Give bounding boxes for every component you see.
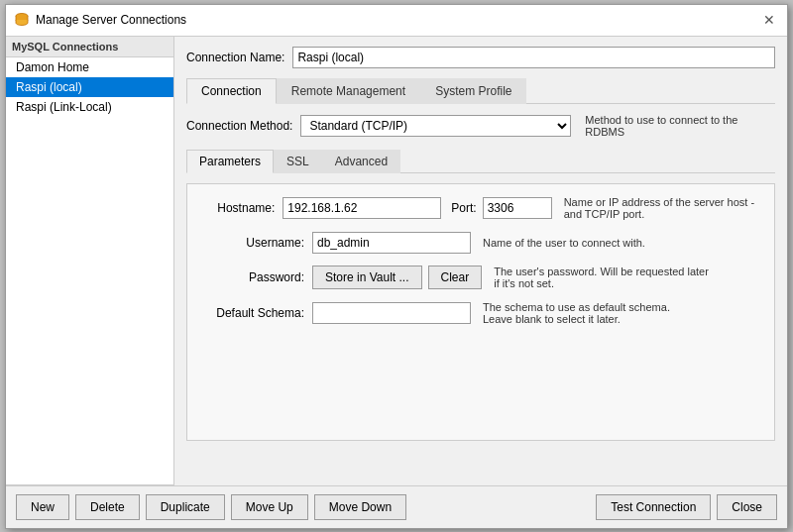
test-connection-button[interactable]: Test Connection: [596, 494, 711, 520]
sidebar-header: MySQL Connections: [6, 37, 173, 57]
sidebar-list: Damon Home Raspi (local) Raspi (Link-Loc…: [6, 57, 173, 484]
connection-name-label: Connection Name:: [186, 51, 284, 64]
method-select[interactable]: Standard (TCP/IP): [300, 115, 571, 137]
titlebar: Manage Server Connections ✕: [6, 5, 787, 37]
default-schema-label: Default Schema:: [203, 306, 312, 320]
port-label: Port:: [451, 201, 476, 215]
tab-content-connection: Connection Method: Standard (TCP/IP) Met…: [186, 114, 775, 476]
schema-desc: The schema to use as default schema. Lea…: [483, 301, 701, 325]
password-desc: The user's password. Will be requested l…: [494, 266, 712, 289]
params-content: Hostname: Port: Name or IP address of th…: [186, 183, 775, 441]
close-button[interactable]: Close: [717, 494, 777, 520]
inner-tab-ssl[interactable]: SSL: [274, 150, 322, 173]
tab-remote-management[interactable]: Remote Management: [277, 78, 420, 104]
method-row: Connection Method: Standard (TCP/IP) Met…: [186, 114, 775, 138]
connection-name-row: Connection Name:: [186, 47, 775, 68]
method-desc: Method to use to connect to the RDBMS: [585, 114, 775, 138]
clear-password-button[interactable]: Clear: [428, 266, 483, 289]
password-label: Password:: [203, 270, 312, 284]
username-row: Username: Name of the user to connect wi…: [203, 232, 758, 254]
sidebar-item-raspi-local[interactable]: Raspi (local): [6, 77, 173, 97]
sidebar: MySQL Connections Damon Home Raspi (loca…: [6, 37, 174, 485]
method-label: Connection Method:: [186, 119, 292, 133]
delete-button[interactable]: Delete: [75, 494, 140, 520]
username-desc: Name of the user to connect with.: [483, 237, 645, 249]
move-up-button[interactable]: Move Up: [231, 494, 308, 520]
close-title-button[interactable]: ✕: [759, 10, 779, 30]
username-label: Username:: [203, 236, 312, 250]
manage-server-connections-dialog: Manage Server Connections ✕ MySQL Connec…: [5, 4, 788, 529]
titlebar-left: Manage Server Connections: [14, 12, 186, 28]
inner-tabs-bar: Parameters SSL Advanced: [186, 150, 775, 173]
footer-left-buttons: New Delete Duplicate Move Up Move Down: [16, 494, 406, 520]
dialog-body: MySQL Connections Damon Home Raspi (loca…: [6, 37, 787, 485]
move-down-button[interactable]: Move Down: [314, 494, 406, 520]
duplicate-button[interactable]: Duplicate: [146, 494, 225, 520]
new-button[interactable]: New: [16, 494, 69, 520]
hostname-desc: Name or IP address of the server host - …: [564, 196, 758, 220]
store-in-vault-button[interactable]: Store in Vault ...: [312, 266, 422, 289]
footer-right-buttons: Test Connection Close: [596, 494, 777, 520]
dialog-footer: New Delete Duplicate Move Up Move Down T…: [6, 485, 787, 528]
connection-name-input[interactable]: [292, 47, 775, 68]
main-area: Connection Name: Connection Remote Manag…: [174, 37, 787, 485]
inner-tab-advanced[interactable]: Advanced: [322, 150, 400, 173]
inner-tab-parameters[interactable]: Parameters: [186, 150, 274, 173]
default-schema-row: Default Schema: The schema to use as def…: [203, 301, 758, 325]
password-row: Password: Store in Vault ... Clear The u…: [203, 266, 758, 289]
tab-system-profile[interactable]: System Profile: [420, 78, 526, 104]
hostname-row: Hostname: Port: Name or IP address of th…: [203, 196, 758, 220]
tab-connection[interactable]: Connection: [186, 78, 277, 104]
hostname-label: Hostname:: [203, 201, 283, 215]
sidebar-item-raspi-link-local[interactable]: Raspi (Link-Local): [6, 97, 173, 117]
dialog-title: Manage Server Connections: [36, 13, 186, 27]
username-input[interactable]: [312, 232, 471, 254]
hostname-input[interactable]: [283, 197, 441, 219]
sidebar-item-damon-home[interactable]: Damon Home: [6, 57, 173, 77]
port-input[interactable]: [483, 197, 552, 219]
default-schema-input[interactable]: [312, 302, 471, 324]
main-tabs-bar: Connection Remote Management System Prof…: [186, 78, 775, 104]
db-icon: [14, 12, 30, 28]
password-buttons: Store in Vault ... Clear: [312, 266, 482, 289]
